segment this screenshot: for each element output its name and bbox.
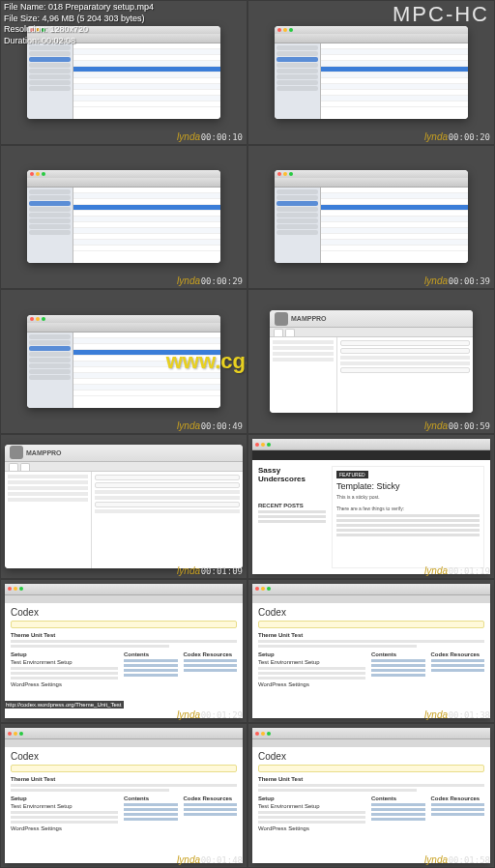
filesize-value: 4,96 MB (5 204 303 bytes) (43, 14, 145, 23)
finder-sidebar (27, 43, 73, 119)
thumb-3[interactable]: lynda 00:00:29 (0, 145, 248, 290)
codex-notice (11, 621, 237, 628)
site-watermark: www.cg-ku.com (166, 349, 248, 374)
brand-watermark: lynda (177, 131, 200, 142)
timestamp: 00:00:20 (449, 132, 490, 142)
finder-window (27, 170, 220, 263)
thumb-5[interactable]: www.cg-ku.com lynda 00:00:49 (0, 289, 248, 434)
thumb-7[interactable]: MAMPPRO lynda 00:01:09 (0, 434, 248, 579)
url-tooltip: http://codex.wordpress.org/Theme_Unit_Te… (3, 701, 124, 709)
mamp-title: MAMPPRO (291, 315, 327, 322)
mamp-logo-icon (275, 312, 288, 326)
filesize-label: File Size: (4, 14, 40, 23)
thumb-8[interactable]: Sassy Underscores RECENT POSTS FEATURED … (248, 434, 495, 579)
browser-window: Codex Theme Unit Test Setup Test Environ… (5, 584, 243, 719)
timestamp: 00:01:58 (449, 855, 490, 865)
mamp-logo-icon (10, 446, 23, 459)
timestamp: 00:01:19 (449, 566, 490, 576)
filename-value: 018 Preparatory setup.mp4 (48, 2, 154, 12)
section-heading: Theme Unit Test (11, 632, 237, 638)
timestamp: 00:01:38 (449, 710, 490, 720)
player-info-overlay: File Name: 018 Preparatory setup.mp4 Fil… (4, 2, 154, 47)
timestamp: 00:00:49 (201, 421, 243, 431)
timestamp: 00:00:10 (201, 132, 243, 142)
duration-value: 00:02:08 (42, 36, 75, 45)
finder-list (73, 43, 220, 119)
thumbnail-grid: lynda 00:00:10 lynda 00:00:20 (0, 0, 495, 868)
mamp-window: MAMPPRO (5, 445, 243, 568)
site-title: Sassy Underscores (258, 466, 326, 483)
timestamp: 00:01:48 (201, 855, 243, 865)
mamp-window: MAMPPRO (270, 310, 473, 413)
timestamp: 00:00:39 (449, 276, 490, 286)
timestamp: 00:00:59 (449, 421, 490, 431)
thumb-12[interactable]: Codex Theme Unit Test SetupTest Environm… (248, 723, 495, 868)
recent-posts-heading: RECENT POSTS (258, 503, 326, 508)
resolution-label: Resolution: (4, 24, 47, 34)
timestamp: 00:01:09 (201, 566, 243, 576)
browser-window: Codex Theme Unit Test SetupTest Environm… (5, 728, 243, 863)
resolution-value: 1280x720 (50, 24, 89, 34)
thumb-11[interactable]: Codex Theme Unit Test SetupTest Environm… (0, 723, 248, 868)
post-intro: This is a sticky post. (336, 494, 480, 500)
timestamp: 00:01:29 (201, 710, 243, 720)
thumb-4[interactable]: lynda 00:00:39 (248, 145, 495, 290)
thumb-9[interactable]: Codex Theme Unit Test Setup Test Environ… (0, 579, 248, 724)
blog-window: Sassy Underscores RECENT POSTS FEATURED … (252, 439, 490, 574)
featured-badge: FEATURED (336, 471, 368, 478)
filename-label: File Name: (4, 2, 46, 12)
thumb-6[interactable]: MAMPPRO lynda 00:00:59 (248, 289, 495, 434)
duration-label: Duration: (4, 36, 40, 45)
browser-window: Codex Theme Unit Test SetupTest Environm… (252, 584, 490, 719)
thumb-10[interactable]: Codex Theme Unit Test SetupTest Environm… (248, 579, 495, 724)
player-logo: MPC-HC (393, 2, 489, 27)
finder-window (275, 26, 468, 119)
admin-bar (252, 450, 490, 460)
finder-window (275, 170, 468, 263)
browser-window: Codex Theme Unit Test SetupTest Environm… (252, 728, 490, 863)
post-title: Template: Sticky (336, 481, 480, 491)
timestamp: 00:00:29 (201, 276, 243, 286)
codex-title: Codex (11, 607, 237, 618)
